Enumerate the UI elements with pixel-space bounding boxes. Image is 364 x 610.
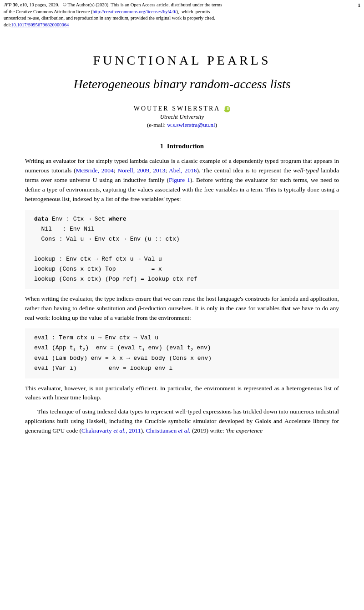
code1-line6: lookup (Cons x ctx) Top = x [34,264,330,274]
paragraph-4: This technique of using indexed data typ… [25,407,339,436]
header-doi-line: doi:10.1017/S0956796820000064 [4,22,345,29]
cc-license-link[interactable]: http://creativecommons.org/licenses/by/4… [92,9,176,14]
orcid-icon: ID [224,106,230,112]
welltyped-text: well-typed [293,167,318,174]
header-page-number: 1 [358,2,361,9]
ref-norell-2013[interactable]: 2013 [153,167,165,174]
code1-line2: Nil : Env Nil [34,224,330,234]
cons-keyword: Cons [41,236,56,242]
code1-line5: lookup : Env ctx → Ref ctx u → Val u [34,254,330,264]
author-email-link[interactable]: w.s.swierstra@uu.nl [167,121,215,128]
code2-line2: eval (App t1 t2) env = (eval t1 env) (ev… [34,343,330,353]
page: JFP 30, e10, 10 pages, 2020. © The Autho… [0,0,364,449]
code1-line1: data Env : Ctx → Set where [34,214,330,224]
code2-line4: eval (Var i) env = lookup env i [34,363,330,373]
doi-label: doi: [4,22,11,27]
section1-title: Introduction [167,142,204,150]
ref-mcbride[interactable]: McBride, 2004 [76,167,114,174]
paper-title: Heterogeneous binary random-access lists [25,76,339,92]
paragraph-1: Writing an evaluator for the simply type… [25,156,339,204]
code-block-2: eval : Term ctx u → Env ctx → Val u eval… [25,328,339,378]
the-text: the [9,9,15,14]
commons-text: Commons [33,9,53,14]
author-block: WOUTER SWIERSTRA ID Utrecht University (… [25,105,339,129]
main-content: FUNCTIONAL PEARLS Heterogeneous binary r… [0,30,364,449]
code1-line7: lookup (Cons x ctx) (Pop ref) = lookup c… [34,274,330,284]
code2-line1: eval : Term ctx u → Env ctx → Val u [34,333,330,343]
code-block-1: data Env : Ctx → Set where Nil : Env Nil… [25,210,339,289]
paragraph-3: This evaluator, however, is not particul… [25,384,339,403]
header-left: JFP 30, e10, 10 pages, 2020. © The Autho… [4,2,345,29]
journal-title: FUNCTIONAL PEARLS [25,53,339,68]
ref-figure1[interactable]: Figure 1 [169,176,190,183]
ref-norell-2009[interactable]: Norell, 2009 [117,167,149,174]
code1-line3: Cons : Val u → Env ctx → Env (u :: ctx) [34,234,330,244]
section1-header: 1 Introduction [25,142,339,150]
author-email-line: (e-mail: w.s.swierstra@uu.nl) [25,121,339,129]
header-bar: JFP 30, e10, 10 pages, 2020. © The Autho… [0,0,364,30]
attribution-text: Attribution [54,9,75,14]
paragraph-2: When writing the evaluator, the type ind… [25,294,339,323]
journal-ref: JFP 30, e10, 10 pages, 2020. [4,2,59,7]
ref-christiansen[interactable]: Christiansen et al. [146,427,191,434]
author-affiliation: Utrecht University [25,113,339,121]
header-line3: unrestricted re-use, distribution, and r… [4,15,345,22]
creative-text: Creative [16,9,32,14]
doi-link[interactable]: 10.1017/S0956796820000064 [11,22,69,27]
ref-abel[interactable]: Abel, 2016 [169,167,197,174]
ref-chakravarty[interactable]: Chakravarty et al., 2011 [81,427,141,434]
code2-line3: eval (Lam body) env = λ x → eval body (C… [34,353,330,363]
section1-number: 1 [160,142,164,150]
header-line1: JFP 30, e10, 10 pages, 2020. © The Autho… [4,2,345,9]
author-name: WOUTER SWIERSTRA ID [25,105,339,112]
header-line2: of the Creative Commons Attribution lice… [4,9,345,15]
code1-line4 [34,244,330,254]
